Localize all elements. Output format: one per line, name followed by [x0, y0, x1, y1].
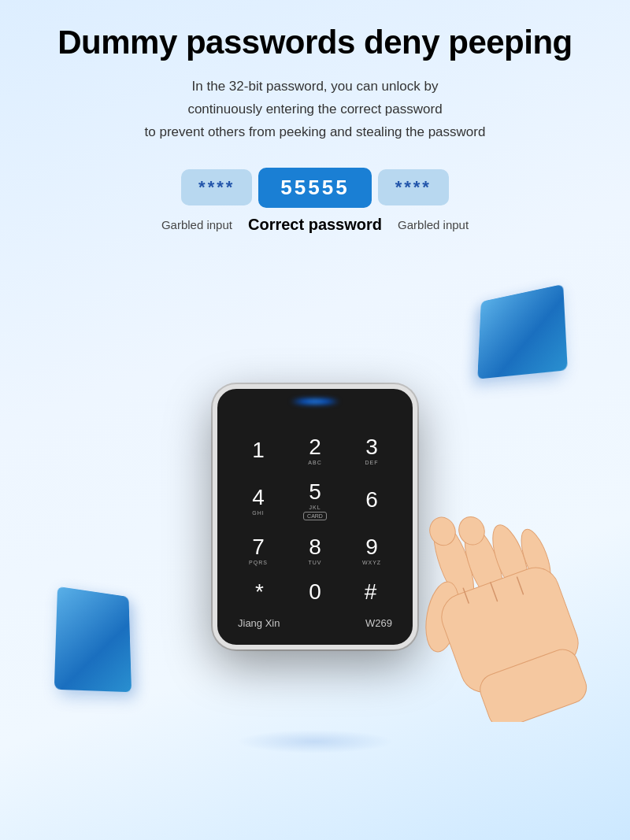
key-2[interactable]: 2 ABC: [288, 428, 342, 470]
key-5[interactable]: 5 JKL CARD: [288, 473, 342, 525]
device-footer: Jiang Xin W269: [232, 617, 398, 629]
svg-line-11: [517, 577, 524, 594]
subtitle-line1: In the 32-bit password, you can unlock b…: [192, 79, 439, 94]
label-correct-password: Correct password: [248, 216, 382, 234]
key-7[interactable]: 7 PQRS: [232, 528, 285, 570]
key-9[interactable]: 9 WXYZ: [345, 528, 398, 570]
svg-point-0: [426, 516, 482, 608]
label-garbled-right: Garbled input: [398, 218, 469, 231]
correct-password-chip: 55555: [258, 168, 371, 208]
subtitle-line2: continuously entering the correct passwo…: [187, 102, 442, 117]
svg-rect-7: [435, 561, 584, 698]
svg-line-9: [463, 588, 469, 603]
keypad-device: 1 2 ABC 3 DEF 4 GHI 5 JKL: [213, 384, 417, 649]
svg-point-5: [515, 526, 556, 590]
card-badge: CARD: [303, 512, 327, 520]
key-3[interactable]: 3 DEF: [345, 428, 398, 470]
key-0[interactable]: 0: [287, 573, 343, 608]
label-garbled-left: Garbled input: [161, 218, 232, 231]
device-section: 1 2 ABC 3 DEF 4 GHI 5 JKL: [16, 265, 614, 769]
subtitle: In the 32-bit password, you can unlock b…: [145, 76, 486, 144]
blue-block-top-right: [477, 284, 568, 379]
labels-row: Garbled input Correct password Garbled i…: [154, 216, 476, 234]
key-hash[interactable]: #: [343, 573, 398, 608]
garbled-right-chip: ****: [378, 169, 449, 205]
page-wrapper: Dummy passwords deny peeping In the 32-b…: [0, 0, 630, 840]
brand-label: Jiang Xin: [238, 617, 280, 629]
key-4[interactable]: 4 GHI: [232, 473, 285, 525]
svg-point-1: [426, 513, 459, 549]
key-6[interactable]: 6: [345, 473, 398, 525]
svg-point-6: [421, 579, 465, 654]
model-label: W269: [365, 617, 392, 629]
bottom-row: * 0 #: [232, 573, 398, 608]
svg-point-4: [486, 520, 536, 596]
key-8[interactable]: 8 TUV: [288, 528, 342, 570]
password-display: **** 55555 ****: [181, 168, 449, 208]
key-star[interactable]: *: [232, 573, 287, 608]
svg-line-10: [491, 583, 498, 601]
device-reflection: [236, 730, 394, 753]
svg-rect-8: [476, 645, 591, 722]
subtitle-line3: to prevent others from peeking and steal…: [145, 124, 486, 139]
blue-block-bottom-left: [54, 587, 132, 692]
key-1[interactable]: 1: [232, 428, 285, 470]
main-title: Dummy passwords deny peeping: [57, 24, 573, 61]
garbled-left-chip: ****: [181, 169, 252, 205]
svg-point-2: [457, 522, 510, 605]
keypad-grid: 1 2 ABC 3 DEF 4 GHI 5 JKL: [232, 428, 398, 570]
svg-point-3: [455, 513, 488, 549]
